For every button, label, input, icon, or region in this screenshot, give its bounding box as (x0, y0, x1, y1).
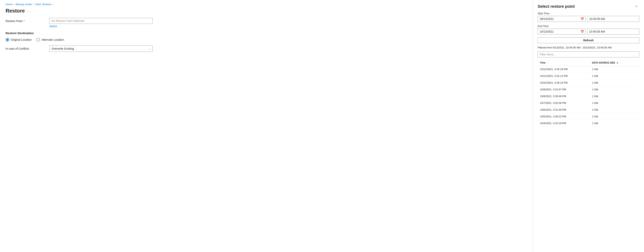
conflicts-label: In case of Conflicts (6, 45, 49, 50)
end-date-input[interactable] (538, 28, 586, 34)
start-time-label: Start Time (538, 12, 639, 15)
time-sort-icon: ↓ (547, 62, 548, 64)
end-time-input[interactable] (587, 28, 640, 34)
panel-close-button[interactable]: × (634, 3, 639, 9)
panel-body: Start Time 📅 End Time 📅 Refresh Filtered… (533, 12, 644, 252)
table-row[interactable]: 10/11/2021, 3:31:12 PM1 Gib (538, 73, 639, 79)
row-time: 10/5/2021, 3:30:22 PM (538, 113, 590, 120)
restore-point-control: Select (49, 18, 527, 28)
refresh-button[interactable]: Refresh (538, 37, 639, 43)
row-time: 10/10/2021, 3:30:14 PM (538, 79, 590, 86)
select-link[interactable]: Select (49, 25, 527, 28)
table-row[interactable]: 10/5/2021, 3:30:22 PM1 Gib (538, 113, 639, 120)
start-time-row: 📅 (538, 16, 639, 22)
breadcrumb-backup-center[interactable]: Backup center (16, 3, 32, 6)
filter-info-text: Filtered from 9/13/2021, 10:45:05 AM - 1… (538, 46, 639, 49)
alternate-location-label: Alternate Location (42, 38, 64, 41)
table-header: Time ↓ DATA SOURCE SIZE ⇅ (538, 60, 639, 66)
restore-form: Restore Point * Select Restore Destinati… (0, 18, 533, 55)
alternate-location-radio[interactable]: Alternate Location (36, 38, 64, 41)
breadcrumb-sep-2: › (34, 3, 34, 6)
end-time-label: End Time (538, 25, 639, 28)
start-date-input[interactable] (538, 16, 586, 22)
restore-point-label: Restore Point * (6, 18, 49, 23)
row-size: 1 Gib (590, 79, 639, 86)
table-row[interactable]: 10/6/2021, 3:31:30 PM1 Gib (538, 106, 639, 113)
row-time: 10/7/2021, 3:32:36 PM (538, 100, 590, 106)
breadcrumb-start-restore[interactable]: Start: Restore (36, 3, 51, 6)
original-location-radio-dot (6, 39, 8, 41)
table-row[interactable]: 10/8/2021, 3:30:48 PM1 Gib (538, 93, 639, 100)
row-time: 10/11/2021, 3:31:12 PM (538, 73, 590, 79)
row-time: 10/12/2021, 3:32:19 PM (538, 66, 590, 73)
location-radio-group: Original Location Alternate Location (6, 38, 527, 41)
row-size: 1 Gib (590, 66, 639, 73)
conflicts-control: Overwrite ExistingSkip on Conflict ⌄ (49, 45, 527, 52)
table-row[interactable]: 10/9/2021, 3:31:57 PM1 Gib (538, 86, 639, 93)
restore-points-table: Time ↓ DATA SOURCE SIZE ⇅ 10/12/2021, 3:… (538, 60, 639, 127)
main-content: Home › Backup center › Start: Restore › … (0, 0, 533, 252)
size-column-header[interactable]: DATA SOURCE SIZE ⇅ (590, 60, 639, 66)
breadcrumb: Home › Backup center › Start: Restore › (0, 0, 533, 7)
page-title: Restore (6, 8, 25, 14)
required-marker: * (23, 19, 25, 23)
end-time-row: 📅 (538, 28, 639, 34)
table-row[interactable]: 10/10/2021, 3:30:14 PM1 Gib (538, 79, 639, 86)
row-time: 10/9/2021, 3:31:57 PM (538, 86, 590, 93)
row-time: 10/6/2021, 3:31:30 PM (538, 106, 590, 113)
breadcrumb-sep-1: › (14, 3, 14, 6)
panel-header: Select restore point × (533, 0, 644, 12)
row-size: 1 Gib (590, 86, 639, 93)
alternate-location-radio-indicator (36, 38, 40, 41)
time-column-header[interactable]: Time ↓ (538, 60, 590, 66)
table-row[interactable]: 10/4/2021, 3:32:18 PM1 Gib (538, 120, 639, 127)
size-sort-icon: ⇅ (616, 62, 618, 64)
start-date-wrap: 📅 (538, 16, 586, 22)
row-size: 1 Gib (590, 113, 639, 120)
row-size: 1 Gib (590, 93, 639, 100)
restore-point-row: Restore Point * Select (6, 18, 527, 28)
start-time-input[interactable] (587, 16, 640, 22)
row-size: 1 Gib (590, 73, 639, 79)
row-time: 10/4/2021, 3:32:18 PM (538, 120, 590, 127)
table-header-row: Time ↓ DATA SOURCE SIZE ⇅ (538, 60, 639, 66)
original-location-label: Original Location (11, 38, 32, 41)
conflicts-dropdown-container: Overwrite ExistingSkip on Conflict ⌄ (49, 45, 153, 52)
table-body: 10/12/2021, 3:32:19 PM1 Gib10/11/2021, 3… (538, 66, 639, 127)
more-options-icon[interactable]: ... (27, 9, 31, 13)
table-row[interactable]: 10/7/2021, 3:32:36 PM1 Gib (538, 100, 639, 106)
original-location-radio[interactable]: Original Location (6, 38, 32, 41)
row-size: 1 Gib (590, 120, 639, 127)
row-size: 1 Gib (590, 100, 639, 106)
original-location-radio-indicator (6, 38, 9, 41)
table-row[interactable]: 10/12/2021, 3:32:19 PM1 Gib (538, 66, 639, 73)
restore-points-table-container[interactable]: Time ↓ DATA SOURCE SIZE ⇅ 10/12/2021, 3:… (538, 60, 639, 252)
breadcrumb-sep-3: › (52, 3, 53, 6)
select-restore-point-panel: Select restore point × Start Time 📅 End … (533, 0, 644, 252)
restore-destination-title: Restore Destination (6, 31, 527, 35)
panel-title: Select restore point (538, 4, 575, 9)
restore-point-input[interactable] (49, 18, 153, 24)
conflicts-row: In case of Conflicts Overwrite ExistingS… (6, 45, 527, 52)
end-date-wrap: 📅 (538, 28, 586, 34)
filter-input[interactable] (538, 51, 639, 57)
conflicts-dropdown[interactable]: Overwrite ExistingSkip on Conflict (49, 45, 153, 52)
page-title-row: Restore ... (0, 7, 533, 18)
row-size: 1 Gib (590, 106, 639, 113)
row-time: 10/8/2021, 3:30:48 PM (538, 93, 590, 100)
breadcrumb-home[interactable]: Home (6, 3, 12, 6)
